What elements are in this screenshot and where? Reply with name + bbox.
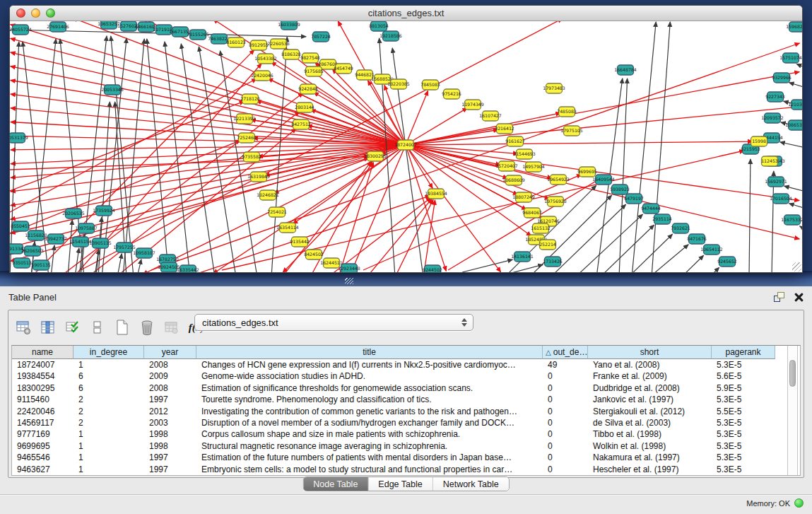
- column-header-name[interactable]: name: [12, 346, 73, 359]
- graph-node[interactable]: 7932621: [671, 223, 690, 233]
- graph-node[interactable]: 19218586: [379, 31, 402, 41]
- graph-node[interactable]: 26206503: [21, 246, 44, 256]
- minimize-window-button[interactable]: [31, 8, 40, 18]
- table-cell[interactable]: Investigating the contribution of common…: [196, 406, 543, 417]
- delete-column-icon[interactable]: [138, 317, 156, 337]
- graph-node[interactable]: 5938923: [610, 185, 630, 194]
- table-cell[interactable]: 49: [543, 359, 588, 370]
- graph-edge[interactable]: [75, 248, 79, 272]
- network-window-titlebar[interactable]: citations_edges.txt: [10, 6, 802, 21]
- close-window-button[interactable]: [16, 8, 25, 18]
- graph-node[interactable]: 12103454: [788, 100, 802, 110]
- graph-node[interactable]: 2718120: [240, 94, 260, 104]
- table-cell[interactable]: 1: [73, 428, 144, 440]
- table-cell[interactable]: 0: [543, 417, 588, 428]
- graph-node[interactable]: 18300295: [364, 151, 387, 161]
- table-cell[interactable]: 18300295: [12, 382, 73, 394]
- graph-node[interactable]: 8471676: [687, 234, 707, 244]
- table-cell[interactable]: 9699695: [12, 440, 73, 452]
- table-cell[interactable]: 5.3E-5: [712, 452, 775, 463]
- tab-edge-table[interactable]: Edge Table: [368, 477, 433, 491]
- graph-node[interactable]: 12213393: [233, 114, 256, 124]
- graph-node[interactable]: 12093572: [761, 113, 784, 123]
- graph-node[interactable]: 11544693: [513, 149, 536, 159]
- table-selector-dropdown[interactable]: citations_edges.txt: [194, 314, 473, 331]
- graph-node[interactable]: 14957904: [522, 162, 545, 172]
- table-cell[interactable]: 0: [543, 440, 588, 452]
- table-cell[interactable]: Genome-wide association studies in ADHD.: [196, 370, 543, 382]
- select-all-icon[interactable]: [64, 317, 82, 337]
- graph-node[interactable]: 1733426: [543, 257, 563, 267]
- table-cell[interactable]: 0: [543, 382, 588, 394]
- table-row[interactable]: 969969511998Structural magnetic resonanc…: [12, 440, 800, 452]
- table-cell[interactable]: Structural magnetic resonance image aver…: [196, 440, 543, 452]
- graph-node[interactable]: 7845083: [420, 80, 440, 90]
- graph-node[interactable]: 10543382: [254, 54, 277, 64]
- graph-node[interactable]: 8912955: [249, 40, 269, 50]
- graph-node[interactable]: 15998: [751, 136, 767, 146]
- deselect-all-icon[interactable]: [88, 317, 107, 337]
- close-panel-icon[interactable]: [794, 293, 804, 302]
- graph-edge[interactable]: [506, 264, 543, 272]
- graph-edge[interactable]: [710, 267, 719, 272]
- table-cell[interactable]: 6: [73, 382, 144, 394]
- table-cell[interactable]: 5.3E-5: [712, 394, 775, 405]
- table-cell[interactable]: Yano et al. (2008): [588, 359, 712, 370]
- graph-node[interactable]: 9329966: [772, 73, 792, 83]
- tab-network-table[interactable]: Network Table: [433, 477, 509, 491]
- column-header-title[interactable]: title: [196, 346, 543, 359]
- graph-node[interactable]: 10246821: [257, 190, 279, 200]
- graph-node[interactable]: 22420046: [251, 71, 273, 81]
- graph-edge[interactable]: [117, 254, 122, 272]
- table-cell[interactable]: 9115460: [12, 394, 73, 405]
- table-cell[interactable]: 0: [543, 464, 588, 475]
- graph-node[interactable]: 8454749: [334, 64, 353, 74]
- column-header-pagerank[interactable]: pagerank: [712, 346, 775, 359]
- graph-node[interactable]: 16335442: [177, 265, 199, 272]
- graph-node[interactable]: 10653257: [98, 21, 120, 29]
- table-vertical-scrollbar[interactable]: [787, 346, 798, 475]
- graph-node[interactable]: 17973483: [543, 83, 565, 93]
- graph-node[interactable]: 13905135: [89, 238, 112, 248]
- table-cell[interactable]: Embryonic stem cells: a model to study s…: [196, 464, 543, 475]
- table-cell[interactable]: 19384554: [12, 370, 73, 382]
- graph-node[interactable]: 14136141: [511, 252, 534, 262]
- graph-node[interactable]: 15968203: [786, 22, 802, 32]
- graph-node[interactable]: 9244502: [423, 265, 442, 272]
- table-cell[interactable]: Estimation of the future numbers of pati…: [196, 452, 543, 463]
- graph-node[interactable]: 27691406: [47, 22, 69, 32]
- scrollbar-thumb[interactable]: [789, 360, 796, 387]
- column-header-out_de[interactable]: △out_de…: [543, 346, 588, 359]
- graph-node[interactable]: 9175685: [304, 66, 324, 76]
- graph-edge[interactable]: [406, 141, 753, 145]
- graph-edge[interactable]: [367, 199, 432, 272]
- graph-edge[interactable]: [406, 145, 433, 188]
- table-cell[interactable]: 1: [73, 440, 144, 452]
- graph-edge[interactable]: [649, 245, 688, 272]
- network-resize-grip[interactable]: [792, 262, 801, 271]
- table-cell[interactable]: 0: [543, 394, 588, 405]
- table-cell[interactable]: 2003: [144, 417, 196, 428]
- graph-node[interactable]: 20531379: [10, 133, 28, 143]
- graph-edge[interactable]: [137, 259, 141, 272]
- graph-node[interactable]: 2935114: [652, 214, 672, 224]
- graph-edge[interactable]: [10, 42, 19, 272]
- table-cell[interactable]: 9463627: [12, 464, 73, 475]
- graph-node[interactable]: 7254021: [267, 207, 287, 217]
- table-cell[interactable]: 0: [543, 428, 588, 440]
- graph-edge[interactable]: [165, 42, 190, 272]
- tab-node-table[interactable]: Node Table: [303, 477, 368, 491]
- graph-edge[interactable]: [796, 64, 802, 69]
- graph-edge[interactable]: [780, 142, 802, 148]
- table-cell[interactable]: 5.3E-5: [712, 440, 775, 452]
- graph-node[interactable]: 8550451: [11, 221, 30, 231]
- table-cell[interactable]: 5.9E-5: [712, 382, 775, 394]
- graph-edge[interactable]: [123, 39, 144, 272]
- graph-node[interactable]: 17957255: [113, 243, 136, 252]
- graph-edge[interactable]: [652, 22, 670, 272]
- table-cell[interactable]: 18724007: [12, 359, 73, 370]
- table-cell[interactable]: Wolkin et al. (1998): [588, 440, 712, 452]
- memory-indicator[interactable]: Memory: OK: [746, 498, 804, 508]
- graph-edge[interactable]: [11, 38, 406, 145]
- graph-node[interactable]: 18807249: [512, 192, 535, 202]
